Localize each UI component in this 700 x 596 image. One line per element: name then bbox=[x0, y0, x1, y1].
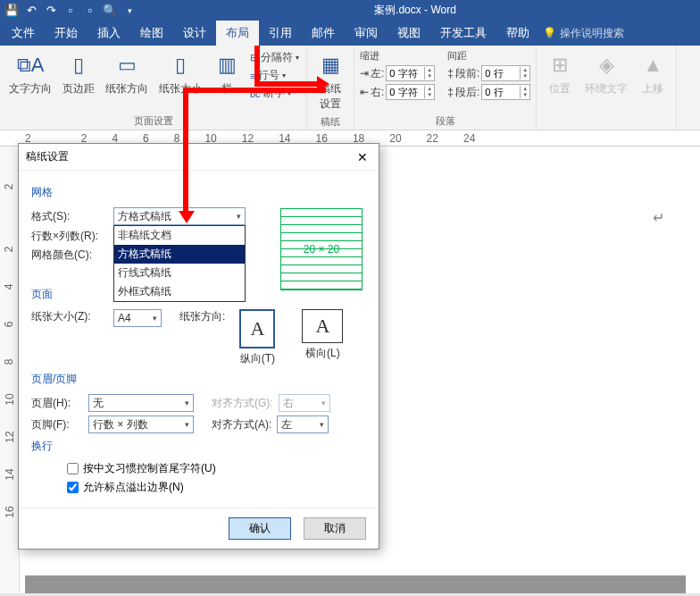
tab-design[interactable]: 设计 bbox=[173, 21, 216, 46]
tab-mailings[interactable]: 邮件 bbox=[302, 21, 345, 46]
orientation-icon: ▭ bbox=[112, 51, 141, 80]
section-grid: 网格 bbox=[31, 185, 366, 200]
chevron-down-icon: ▾ bbox=[321, 399, 326, 407]
group-paragraph: 缩进 ⇥左:▲▼ ⇤右:▲▼ 间距 ‡段前:▲▼ ‡段后:▲▼ 段落 bbox=[354, 46, 537, 130]
indent-right-input[interactable]: ▲▼ bbox=[386, 84, 435, 100]
format-label: 格式(S): bbox=[31, 209, 108, 224]
orientation-label: 纸张方向: bbox=[179, 309, 225, 324]
landscape-option[interactable]: A横向(L) bbox=[302, 309, 343, 366]
hyphen-icon: bc bbox=[250, 88, 261, 99]
lineno-icon: ≡ bbox=[250, 71, 255, 81]
lightbulb-icon: 💡 bbox=[543, 27, 556, 39]
position-icon: ⊞ bbox=[546, 51, 574, 80]
group-arrange: ⊞位置 ◈环绕文字 ▲上移 bbox=[537, 46, 677, 130]
paragraph-mark-icon: ↵ bbox=[653, 209, 664, 226]
section-wrap: 换行 bbox=[31, 439, 366, 454]
columns-icon: ▥ bbox=[212, 51, 241, 80]
close-icon[interactable]: ✕ bbox=[354, 150, 371, 164]
line-numbers-button[interactable]: ≡行号▾ bbox=[248, 67, 301, 84]
ribbon: ⧉A文字方向 ▯页边距 ▭纸张方向 ▯纸张大小 ▥栏 ⊟分隔符▾ ≡行号▾ bc… bbox=[0, 46, 700, 130]
footer-combo[interactable]: 行数 × 列数▾ bbox=[88, 416, 194, 433]
tab-help[interactable]: 帮助 bbox=[496, 21, 539, 46]
group-label: 段落 bbox=[436, 113, 455, 130]
margins-button[interactable]: ▯页边距 bbox=[59, 49, 98, 98]
text-direction-icon: ⧉A bbox=[16, 51, 45, 80]
undo-icon[interactable]: ↶ bbox=[25, 4, 38, 17]
chevron-down-icon: ▾ bbox=[185, 399, 189, 407]
option-line-manuscript[interactable]: 行线式稿纸 bbox=[114, 264, 245, 282]
margins-icon: ▯ bbox=[64, 51, 93, 80]
tell-me-search[interactable]: 操作说明搜索 bbox=[560, 26, 624, 41]
portrait-icon: A bbox=[239, 309, 275, 348]
portrait-option[interactable]: A纵向(T) bbox=[239, 309, 275, 366]
tab-review[interactable]: 审阅 bbox=[345, 21, 388, 46]
header-combo[interactable]: 无▾ bbox=[88, 394, 194, 412]
cancel-button[interactable]: 取消 bbox=[304, 517, 366, 540]
spacing-label: 间距 bbox=[447, 49, 530, 63]
align-g-label: 对齐方式(G): bbox=[212, 396, 273, 411]
redo-icon[interactable]: ↷ bbox=[45, 4, 57, 17]
columns-button[interactable]: ▥栏 bbox=[209, 49, 245, 98]
paper-size-combo[interactable]: A4▾ bbox=[113, 309, 162, 327]
space-before-icon: ‡ bbox=[447, 67, 454, 80]
indent-left-input[interactable]: ▲▼ bbox=[386, 65, 435, 81]
space-before-input[interactable]: ▲▼ bbox=[481, 65, 530, 81]
save-icon[interactable]: 💾 bbox=[5, 4, 18, 17]
footer-label: 页脚(F): bbox=[31, 417, 83, 432]
tab-draw[interactable]: 绘图 bbox=[130, 21, 173, 46]
option-grid-manuscript[interactable]: 方格式稿纸 bbox=[114, 245, 245, 264]
hyphenation-button[interactable]: bc断字▾ bbox=[248, 85, 301, 102]
landscape-icon: A bbox=[302, 309, 343, 343]
group-label: 页面设置 bbox=[134, 113, 173, 130]
vertical-ruler[interactable]: 2246810121416 bbox=[0, 147, 20, 593]
wrap-icon: ◈ bbox=[592, 51, 621, 80]
cjk-first-last-checkbox[interactable] bbox=[67, 463, 79, 474]
breaks-icon: ⊟ bbox=[250, 52, 258, 63]
format-dropdown: 非稿纸文档 方格式稿纸 行线式稿纸 外框式稿纸 bbox=[113, 225, 246, 302]
indent-label: 缩进 bbox=[360, 49, 435, 63]
footer-align-combo[interactable]: 左▾ bbox=[277, 416, 329, 433]
format-combo[interactable]: 方格式稿纸▾ 非稿纸文档 方格式稿纸 行线式稿纸 外框式稿纸 bbox=[113, 207, 246, 225]
section-header-footer: 页眉/页脚 bbox=[31, 372, 366, 387]
header-align-combo: 右▾ bbox=[279, 394, 330, 412]
page-size-icon: ▯ bbox=[166, 51, 195, 80]
rowcol-label: 行数×列数(R): bbox=[31, 229, 108, 244]
orientation-button[interactable]: ▭纸张方向 bbox=[102, 49, 152, 98]
space-after-icon: ‡ bbox=[447, 86, 454, 98]
tab-layout[interactable]: 布局 bbox=[216, 21, 259, 46]
chevron-down-icon: ▾ bbox=[237, 212, 241, 221]
space-after-input[interactable]: ▲▼ bbox=[481, 84, 530, 100]
indent-right-icon: ⇤ bbox=[360, 86, 369, 98]
indent-left-icon: ⇥ bbox=[360, 67, 369, 80]
size-button[interactable]: ▯纸张大小 bbox=[155, 49, 205, 98]
manuscript-settings-dialog: 稿纸设置 ✕ 网格 20 × 20 格式(S): 方格式稿纸▾ 非稿纸文档 方格… bbox=[18, 143, 379, 550]
position-button: ⊞位置 bbox=[542, 49, 578, 98]
tab-insert[interactable]: 插入 bbox=[88, 21, 130, 46]
qat-icon[interactable]: ▫ bbox=[84, 4, 96, 17]
tab-view[interactable]: 视图 bbox=[388, 21, 430, 46]
page-break-shadow bbox=[25, 575, 686, 593]
tab-file[interactable]: 文件 bbox=[2, 21, 45, 46]
quick-access-toolbar: 💾 ↶ ↷ ▫ ▫ 🔍 ▾ bbox=[5, 4, 136, 17]
wrap-text-button: ◈环绕文字 bbox=[581, 49, 631, 98]
qat-more-icon[interactable]: ▾ bbox=[123, 4, 136, 17]
dialog-title: 稿纸设置 bbox=[26, 149, 69, 164]
manuscript-settings-button[interactable]: ▦稿纸 设置 bbox=[312, 49, 348, 113]
breaks-button[interactable]: ⊟分隔符▾ bbox=[248, 49, 301, 66]
qat-icon[interactable]: ▫ bbox=[64, 4, 77, 17]
option-frame-manuscript[interactable]: 外框式稿纸 bbox=[114, 282, 245, 301]
chevron-down-icon: ▾ bbox=[153, 314, 157, 323]
print-preview-icon[interactable]: 🔍 bbox=[104, 4, 116, 17]
grid-color-label: 网格颜色(C): bbox=[31, 248, 108, 263]
header-label: 页眉(H): bbox=[31, 396, 83, 411]
tab-references[interactable]: 引用 bbox=[259, 21, 302, 46]
align-a-label: 对齐方式(A): bbox=[212, 417, 271, 432]
option-non-manuscript[interactable]: 非稿纸文档 bbox=[114, 226, 245, 245]
tab-developer[interactable]: 开发工具 bbox=[430, 21, 496, 46]
grid-preview: 20 × 20 bbox=[280, 208, 362, 290]
ok-button[interactable]: 确认 bbox=[229, 517, 291, 540]
punctuation-overflow-checkbox[interactable] bbox=[67, 482, 79, 493]
tab-home[interactable]: 开始 bbox=[45, 21, 88, 46]
text-direction-button[interactable]: ⧉A文字方向 bbox=[5, 49, 55, 98]
bring-forward-button: ▲上移 bbox=[635, 49, 671, 98]
